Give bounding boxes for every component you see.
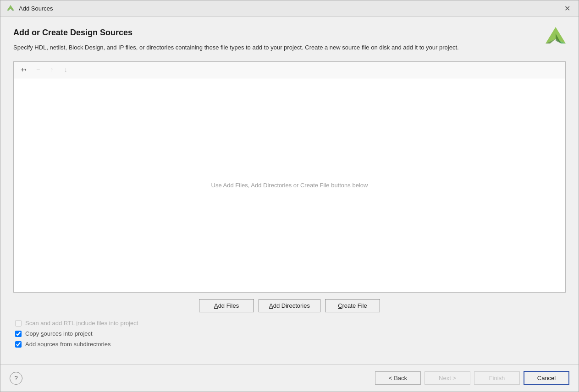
move-up-toolbar-button[interactable]: ↑: [45, 65, 58, 75]
scan-rtl-label: Scan and add RTL include files into proj…: [25, 320, 138, 327]
app-logo-icon: [6, 3, 15, 14]
file-toolbar: +▾ − ↑ ↓: [14, 62, 565, 78]
add-files-button[interactable]: Add Files: [199, 299, 254, 312]
create-file-button[interactable]: Create File: [325, 299, 380, 312]
copy-sources-label: Copy sources into project: [25, 330, 93, 337]
copy-sources-checkbox[interactable]: [15, 331, 22, 337]
back-button[interactable]: < Back: [375, 371, 421, 385]
description-text: Specify HDL, netlist, Block Design, and …: [13, 43, 518, 52]
svg-marker-0: [7, 5, 14, 11]
vivado-logo-large: [544, 23, 566, 45]
page-title: Add or Create Design Sources: [13, 28, 566, 38]
cancel-button[interactable]: Cancel: [524, 371, 569, 385]
add-subdirs-checkbox[interactable]: [15, 341, 22, 348]
close-button[interactable]: ✕: [562, 4, 573, 13]
add-subdirs-label: Add sources from subdirectories: [25, 341, 110, 348]
empty-hint-text: Use Add Files, Add Directories or Create…: [211, 182, 368, 189]
dialog-title: Add Sources: [19, 5, 53, 12]
scan-rtl-checkbox[interactable]: [15, 320, 22, 327]
add-subdirs-checkbox-row[interactable]: Add sources from subdirectories: [15, 341, 566, 348]
file-panel: +▾ − ↑ ↓ Use Add Files, Add Directories …: [13, 61, 566, 293]
title-bar: Add Sources ✕: [0, 0, 579, 17]
file-list-area: Use Add Files, Add Directories or Create…: [14, 78, 565, 293]
add-directories-button[interactable]: Add Directories: [259, 299, 320, 312]
scan-rtl-checkbox-row[interactable]: Scan and add RTL include files into proj…: [15, 320, 566, 327]
action-buttons-row: Add Files Add Directories Create File: [13, 299, 566, 312]
remove-file-toolbar-button[interactable]: −: [32, 65, 44, 75]
add-file-toolbar-button[interactable]: +▾: [17, 65, 31, 75]
dialog-window: Add Sources ✕ Add or Create Design Sourc…: [0, 0, 579, 392]
next-button[interactable]: Next >: [425, 371, 470, 385]
dialog-content: Add or Create Design Sources Specify HDL…: [0, 17, 579, 364]
move-down-toolbar-button[interactable]: ↓: [59, 65, 72, 75]
checkboxes-section: Scan and add RTL include files into proj…: [13, 320, 566, 348]
help-button[interactable]: ?: [10, 372, 22, 385]
finish-button[interactable]: Finish: [474, 371, 520, 385]
copy-sources-checkbox-row[interactable]: Copy sources into project: [15, 330, 566, 337]
dialog-footer: ? < Back Next > Finish Cancel: [0, 364, 579, 392]
